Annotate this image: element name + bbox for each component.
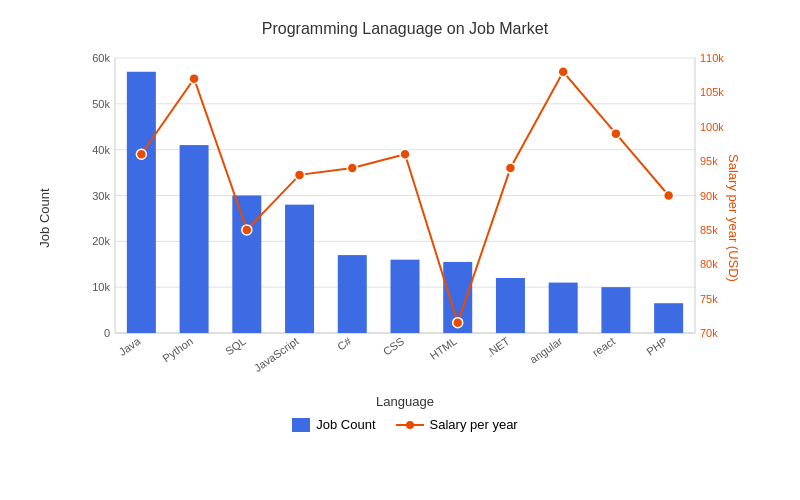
bar-5 (391, 260, 420, 333)
svg-text:50k: 50k (92, 98, 110, 110)
legend-line: Salary per year (396, 417, 518, 432)
salary-dot-3 (295, 170, 305, 180)
chart-svg: 010k20k30k40k50k60k70k75k80k85k90k95k100… (70, 48, 740, 388)
svg-text:105k: 105k (700, 86, 724, 98)
x-label-10: PHP (644, 335, 669, 358)
x-label-4: C# (335, 334, 354, 352)
x-label-3: JavaScript (252, 335, 301, 374)
chart-container: Programming Lanaguage on Job Market Job … (0, 0, 800, 500)
bar-1 (180, 145, 209, 333)
salary-dot-5 (400, 149, 410, 159)
svg-text:110k: 110k (700, 52, 724, 64)
chart-title: Programming Lanaguage on Job Market (70, 20, 740, 38)
x-label-7: .NET (484, 335, 512, 359)
salary-dot-2 (242, 225, 252, 235)
x-axis-label: Language (70, 394, 740, 409)
legend: Job Count Salary per year (70, 417, 740, 432)
bar-9 (601, 287, 630, 333)
chart-area: Job Count Salary per year (USD) 010k20k3… (70, 48, 740, 388)
legend-line-label: Salary per year (430, 417, 518, 432)
salary-dot-7 (505, 163, 515, 173)
x-label-0: Java (117, 334, 144, 358)
salary-dot-1 (189, 74, 199, 84)
svg-text:90k: 90k (700, 190, 718, 202)
svg-text:60k: 60k (92, 52, 110, 64)
legend-bar-icon (292, 418, 310, 432)
svg-text:20k: 20k (92, 235, 110, 247)
x-label-8: angular (527, 335, 564, 366)
svg-text:0: 0 (104, 327, 110, 339)
svg-text:85k: 85k (700, 224, 718, 236)
salary-dot-6 (453, 318, 463, 328)
svg-text:95k: 95k (700, 155, 718, 167)
legend-line-icon (396, 418, 424, 432)
bar-0 (127, 72, 156, 333)
salary-dot-8 (558, 67, 568, 77)
y-axis-right-label: Salary per year (USD) (727, 154, 742, 282)
salary-dot-9 (611, 129, 621, 139)
svg-text:10k: 10k (92, 281, 110, 293)
svg-text:80k: 80k (700, 258, 718, 270)
salary-dot-0 (136, 149, 146, 159)
svg-text:30k: 30k (92, 190, 110, 202)
y-axis-left-label: Job Count (37, 188, 52, 247)
bar-8 (549, 283, 578, 333)
salary-dot-10 (664, 191, 674, 201)
svg-text:40k: 40k (92, 144, 110, 156)
legend-bar-label: Job Count (316, 417, 375, 432)
legend-bar: Job Count (292, 417, 375, 432)
x-label-2: SQL (223, 335, 248, 357)
salary-dot-4 (347, 163, 357, 173)
x-label-9: react (590, 335, 617, 359)
bar-2 (232, 196, 261, 334)
x-label-5: CSS (381, 335, 406, 358)
svg-text:75k: 75k (700, 293, 718, 305)
svg-text:100k: 100k (700, 121, 724, 133)
bar-7 (496, 278, 525, 333)
bar-4 (338, 255, 367, 333)
bar-10 (654, 303, 683, 333)
x-label-6: HTML (427, 335, 458, 362)
x-label-1: Python (160, 335, 195, 364)
svg-point-27 (406, 421, 414, 429)
bar-3 (285, 205, 314, 333)
svg-text:70k: 70k (700, 327, 718, 339)
